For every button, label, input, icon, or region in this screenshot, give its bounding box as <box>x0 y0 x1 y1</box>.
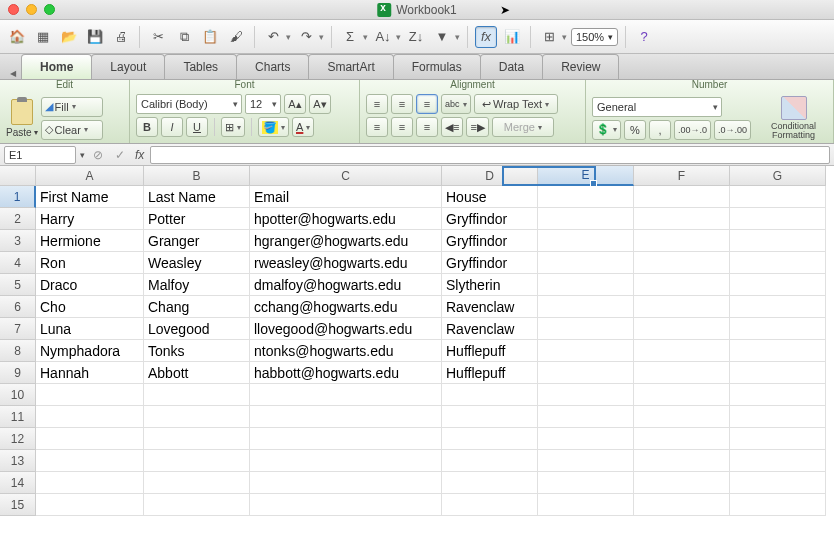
filter-dropdown[interactable]: ▾ <box>455 32 460 42</box>
currency-button[interactable]: 💲 <box>592 120 621 140</box>
cell-E8[interactable] <box>538 340 634 362</box>
select-all-corner[interactable] <box>0 166 36 186</box>
cell-D8[interactable]: Hufflepuff <box>442 340 538 362</box>
cell-D1[interactable]: House <box>442 186 538 208</box>
open-icon[interactable]: 📂 <box>58 26 80 48</box>
cell-F4[interactable] <box>634 252 730 274</box>
cell-A12[interactable] <box>36 428 144 450</box>
border-button[interactable]: ⊞ <box>221 117 245 137</box>
cell-E15[interactable] <box>538 494 634 516</box>
cell-B14[interactable] <box>144 472 250 494</box>
cell-C5[interactable]: dmalfoy@hogwarts.edu <box>250 274 442 296</box>
cell-F3[interactable] <box>634 230 730 252</box>
cell-G7[interactable] <box>730 318 826 340</box>
cell-C13[interactable] <box>250 450 442 472</box>
cell-B11[interactable] <box>144 406 250 428</box>
cell-B2[interactable]: Potter <box>144 208 250 230</box>
cell-E2[interactable] <box>538 208 634 230</box>
cell-D5[interactable]: Slytherin <box>442 274 538 296</box>
cell-F7[interactable] <box>634 318 730 340</box>
undo-icon[interactable]: ↶ <box>262 26 284 48</box>
align-left-button[interactable]: ≡ <box>366 117 388 137</box>
save-icon[interactable]: 💾 <box>84 26 106 48</box>
number-format-select[interactable]: General <box>592 97 722 117</box>
cell-D4[interactable]: Gryffindor <box>442 252 538 274</box>
fill-color-button[interactable]: 🪣 <box>258 117 289 137</box>
row-header-4[interactable]: 4 <box>0 252 36 274</box>
conditional-formatting-button[interactable]: Conditional Formatting <box>760 122 827 140</box>
tab-review[interactable]: Review <box>542 54 619 79</box>
column-header-A[interactable]: A <box>36 166 144 186</box>
align-bottom-button[interactable]: ≡ <box>416 94 438 114</box>
cell-E5[interactable] <box>538 274 634 296</box>
cell-G1[interactable] <box>730 186 826 208</box>
cell-B15[interactable] <box>144 494 250 516</box>
font-size-select[interactable]: 12 <box>245 94 281 114</box>
orientation-button[interactable]: abc <box>441 94 471 114</box>
clear-button[interactable]: ◇Clear <box>41 120 103 140</box>
paste-icon[interactable]: 📋 <box>199 26 221 48</box>
decrease-indent-button[interactable]: ◀≡ <box>441 117 463 137</box>
sort-desc-icon[interactable]: Z↓ <box>405 26 427 48</box>
cell-G12[interactable] <box>730 428 826 450</box>
cell-C11[interactable] <box>250 406 442 428</box>
cell-E1[interactable] <box>538 186 634 208</box>
cell-C14[interactable] <box>250 472 442 494</box>
cell-D12[interactable] <box>442 428 538 450</box>
sort-asc-icon[interactable]: A↓ <box>372 26 394 48</box>
row-header-2[interactable]: 2 <box>0 208 36 230</box>
cell-B12[interactable] <box>144 428 250 450</box>
underline-button[interactable]: U <box>186 117 208 137</box>
cell-F2[interactable] <box>634 208 730 230</box>
cell-G10[interactable] <box>730 384 826 406</box>
cell-G8[interactable] <box>730 340 826 362</box>
cell-G5[interactable] <box>730 274 826 296</box>
cell-F13[interactable] <box>634 450 730 472</box>
percent-button[interactable]: % <box>624 120 646 140</box>
cell-E12[interactable] <box>538 428 634 450</box>
align-center-button[interactable]: ≡ <box>391 117 413 137</box>
show-hide-dropdown[interactable]: ▾ <box>562 32 567 42</box>
row-header-7[interactable]: 7 <box>0 318 36 340</box>
cell-F8[interactable] <box>634 340 730 362</box>
cell-A5[interactable]: Draco <box>36 274 144 296</box>
cell-C1[interactable]: Email <box>250 186 442 208</box>
row-header-10[interactable]: 10 <box>0 384 36 406</box>
increase-font-button[interactable]: A▴ <box>284 94 306 114</box>
row-header-14[interactable]: 14 <box>0 472 36 494</box>
column-header-C[interactable]: C <box>250 166 442 186</box>
cell-B5[interactable]: Malfoy <box>144 274 250 296</box>
row-header-6[interactable]: 6 <box>0 296 36 318</box>
cell-A2[interactable]: Harry <box>36 208 144 230</box>
cell-B1[interactable]: Last Name <box>144 186 250 208</box>
cell-F9[interactable] <box>634 362 730 384</box>
cut-icon[interactable]: ✂ <box>147 26 169 48</box>
cell-F1[interactable] <box>634 186 730 208</box>
cell-F10[interactable] <box>634 384 730 406</box>
filter-icon[interactable]: ▼ <box>431 26 453 48</box>
cell-E13[interactable] <box>538 450 634 472</box>
cell-F14[interactable] <box>634 472 730 494</box>
cell-A1[interactable]: First Name <box>36 186 144 208</box>
paste-button[interactable]: Paste▾ <box>6 127 38 138</box>
fx-toggle-button[interactable]: fx <box>475 26 497 48</box>
cell-C12[interactable] <box>250 428 442 450</box>
cell-B6[interactable]: Chang <box>144 296 250 318</box>
cell-D13[interactable] <box>442 450 538 472</box>
print-icon[interactable]: 🖨 <box>110 26 132 48</box>
cell-G15[interactable] <box>730 494 826 516</box>
cell-C4[interactable]: rweasley@hogwarts.edu <box>250 252 442 274</box>
fill-button[interactable]: ◢Fill <box>41 97 103 117</box>
copy-icon[interactable]: ⧉ <box>173 26 195 48</box>
cell-F5[interactable] <box>634 274 730 296</box>
formula-bar-input[interactable] <box>150 146 830 164</box>
cell-A8[interactable]: Nymphadora <box>36 340 144 362</box>
cell-D7[interactable]: Ravenclaw <box>442 318 538 340</box>
minimize-window-button[interactable] <box>26 4 37 15</box>
chart-icon[interactable]: 📊 <box>501 26 523 48</box>
cell-E7[interactable] <box>538 318 634 340</box>
show-hide-icon[interactable]: ⊞ <box>538 26 560 48</box>
cell-D10[interactable] <box>442 384 538 406</box>
tab-scroll-left-icon[interactable]: ◀ <box>8 67 18 79</box>
row-header-5[interactable]: 5 <box>0 274 36 296</box>
